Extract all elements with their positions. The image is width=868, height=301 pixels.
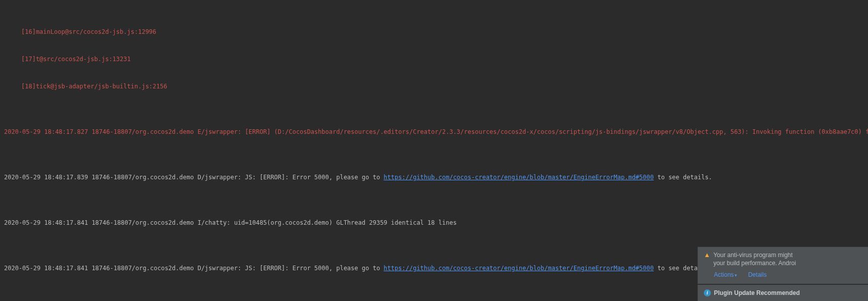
info-icon: i [704, 289, 711, 296]
error-map-link[interactable]: https://github.com/cocos-creator/engine/… [383, 265, 654, 272]
notification-antivirus[interactable]: ▲ Your anti-virus program might your bui… [697, 246, 868, 284]
notification-plugin-update[interactable]: i Plugin Update Recommended [697, 284, 868, 301]
log-line-debug: 2020-05-29 18:48:17.839 18746-18807/org.… [4, 173, 864, 182]
actions-dropdown[interactable]: Actions▾ [714, 271, 737, 278]
error-map-link[interactable]: https://github.com/cocos-creator/engine/… [383, 174, 654, 181]
log-line-error: 2020-05-29 18:48:17.827 18746-18807/org.… [4, 127, 864, 136]
stack-frame: [16]mainLoop@src/cocos2d-jsb.js:12996 [4, 27, 864, 36]
notification-panel: ▲ Your anti-virus program might your bui… [697, 246, 868, 301]
warning-icon: ▲ [704, 251, 710, 259]
notification-title: Plugin Update Recommended [714, 289, 800, 297]
stack-frame: [18]tick@jsb-adapter/jsb-builtin.js:2156 [4, 82, 864, 91]
stack-frame: [17]t@src/cocos2d-jsb.js:13231 [4, 55, 864, 64]
log-line-info: 2020-05-29 18:48:17.841 18746-18807/org.… [4, 218, 864, 227]
details-link[interactable]: Details [748, 271, 767, 278]
notification-message: Your anti-virus program might your build… [713, 251, 796, 267]
